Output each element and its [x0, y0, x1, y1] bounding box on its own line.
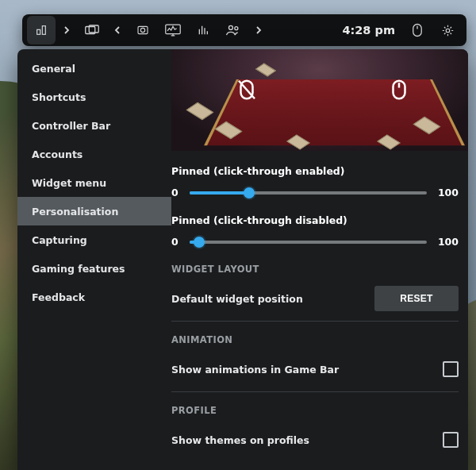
chevron-right-icon[interactable]: [57, 16, 76, 44]
divider: [171, 321, 459, 322]
svg-point-8: [235, 27, 238, 30]
widgets-icon-button[interactable]: [78, 16, 106, 44]
sidebar-item-label: Widget menu: [32, 177, 106, 189]
slider-min: 0: [171, 236, 178, 248]
sidebar-item-label: Feedback: [32, 291, 85, 303]
show-themes-label: Show themes on profiles: [171, 434, 309, 446]
default-widget-position-label: Default widget position: [171, 293, 303, 305]
mouse-icon-button[interactable]: [403, 16, 432, 44]
performance-icon-button[interactable]: [159, 16, 187, 44]
slider-thumb[interactable]: [194, 237, 205, 248]
audio-icon-button[interactable]: [189, 16, 217, 44]
sidebar-item-label: Capturing: [32, 234, 87, 246]
svg-rect-0: [37, 29, 40, 34]
show-animations-checkbox[interactable]: [443, 361, 459, 377]
settings-panel: General Shortcuts Controller Bar Account…: [17, 49, 468, 470]
show-themes-checkbox[interactable]: [443, 432, 459, 448]
opacity-enabled-slider[interactable]: 0 100: [171, 187, 459, 198]
game-bar-toolbar: 4:28 pm: [22, 14, 466, 46]
widget-preview-image: [171, 49, 468, 151]
sidebar-item-shortcuts[interactable]: Shortcuts: [17, 83, 171, 111]
sidebar-item-general[interactable]: General: [17, 54, 171, 83]
xbox-social-icon-button[interactable]: [219, 16, 248, 44]
sidebar-item-label: Controller Bar: [32, 120, 110, 132]
slider-min: 0: [171, 187, 178, 198]
profile-title: PROFILE: [171, 405, 459, 416]
capture-icon-button[interactable]: [129, 16, 157, 44]
slider-max: 100: [438, 187, 459, 198]
slider-track[interactable]: [190, 191, 427, 195]
sidebar-item-controller-bar[interactable]: Controller Bar: [17, 111, 171, 140]
opacity-disabled-label: Pinned (click-through disabled): [171, 214, 459, 226]
sidebar-item-personalisation[interactable]: Personalisation: [17, 197, 171, 225]
slider-track[interactable]: [190, 241, 427, 244]
opacity-enabled-label: Pinned (click-through enabled): [171, 165, 459, 177]
settings-gear-icon-button[interactable]: [433, 16, 462, 44]
sidebar-item-widget-menu[interactable]: Widget menu: [17, 168, 171, 197]
sidebar-item-gaming-features[interactable]: Gaming features: [17, 254, 171, 283]
svg-rect-1: [42, 26, 45, 35]
sidebar-item-label: Accounts: [32, 148, 83, 160]
settings-sidebar: General Shortcuts Controller Bar Account…: [17, 49, 171, 470]
mouse-disabled-icon: [235, 78, 259, 102]
mouse-enabled-icon: [387, 78, 411, 102]
sidebar-item-feedback[interactable]: Feedback: [17, 283, 171, 311]
slider-max: 100: [438, 236, 459, 248]
settings-content: Pinned (click-through enabled) 0 100 Pin…: [171, 49, 468, 470]
divider: [171, 391, 459, 392]
chevron-left-icon[interactable]: [108, 16, 127, 44]
chevron-right-icon[interactable]: [249, 16, 268, 44]
svg-point-5: [140, 28, 144, 32]
slider-thumb[interactable]: [244, 187, 255, 198]
sidebar-item-label: Gaming features: [32, 263, 125, 275]
animation-title: ANIMATION: [171, 334, 459, 345]
svg-rect-4: [138, 26, 148, 33]
opacity-disabled-slider[interactable]: 0 100: [171, 236, 459, 248]
svg-point-10: [446, 29, 450, 33]
widget-layout-title: WIDGET LAYOUT: [171, 264, 459, 275]
sidebar-item-label: Personalisation: [32, 206, 118, 218]
sidebar-item-accounts[interactable]: Accounts: [17, 140, 171, 168]
sidebar-item-label: General: [32, 63, 75, 75]
svg-point-7: [228, 25, 232, 29]
sidebar-item-capturing[interactable]: Capturing: [17, 225, 171, 254]
sidebar-item-label: Shortcuts: [32, 91, 86, 103]
clock: 4:28 pm: [336, 24, 401, 37]
reset-button[interactable]: RESET: [374, 286, 459, 311]
show-animations-label: Show animations in Game Bar: [171, 364, 339, 376]
home-icon-button[interactable]: [27, 16, 56, 44]
